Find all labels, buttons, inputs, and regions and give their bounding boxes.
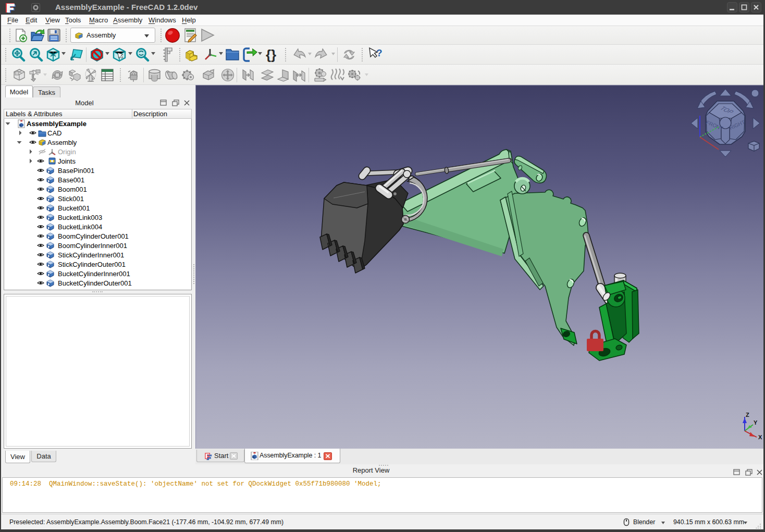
svg-text:Z: Z <box>746 412 749 418</box>
svg-text:Y: Y <box>754 419 758 426</box>
svg-text:X: X <box>758 434 762 440</box>
svg-text:?: ? <box>376 47 382 58</box>
